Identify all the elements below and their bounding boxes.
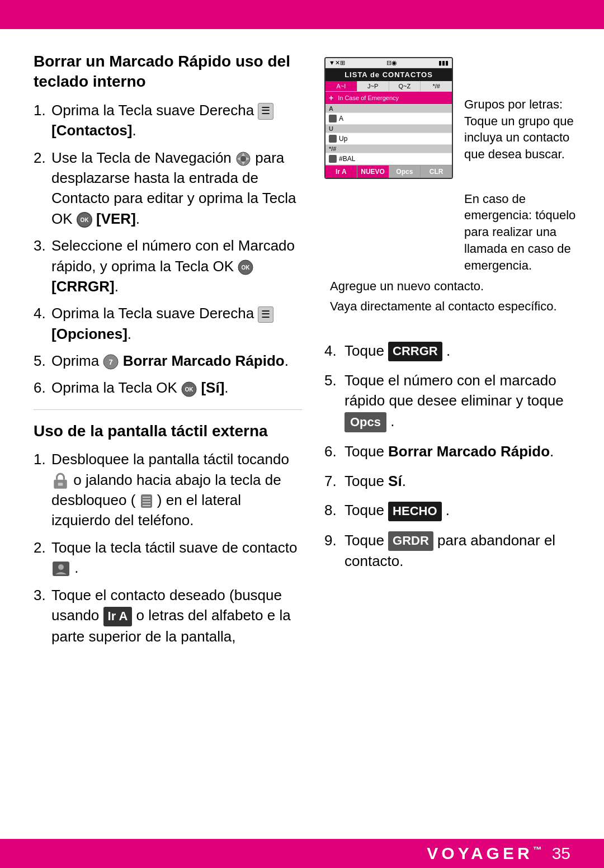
steps-list-1: 1. Oprima la Tecla suave Derecha ☰ [Cont… [34, 100, 302, 398]
ok-key-icon-2: OK [238, 260, 253, 275]
left-column: Borrar un Marcado Rápido uso del teclado… [34, 51, 319, 822]
svg-rect-19 [143, 502, 150, 503]
callout-top: Grupos por letras: Toque un grupo que in… [464, 96, 576, 163]
svg-text:OK: OK [80, 217, 89, 223]
emergency-item[interactable]: + In Case of Emergency [325, 92, 452, 105]
step-1-1: 1. Oprima la Tecla suave Derecha ☰ [Cont… [34, 100, 302, 141]
contact-icon-2: ☰ [258, 306, 273, 323]
svg-rect-17 [143, 497, 150, 498]
right-step-5: 5. Toque el número con el marcado rápido… [324, 370, 576, 432]
phone-btn-clr[interactable]: CLR [421, 166, 452, 178]
brand-name: VOYAGER™ [427, 844, 541, 863]
step-2-3: 3. Toque el contacto deseado (busque usa… [34, 585, 302, 647]
section-divider [34, 409, 302, 410]
contact-icon-bal [329, 155, 337, 163]
alpha-tab-jp[interactable]: J~P [357, 81, 389, 91]
ok-key-icon-1: OK [77, 212, 92, 228]
phone-status-bar: ▼✕⊞ ⊟◉ ▮▮▮ [325, 58, 452, 68]
lock-icon [51, 472, 69, 490]
steps-list-2: 1. Desbloquee la pantalla táctil tocando… [34, 449, 302, 647]
main-content: Borrar un Marcado Rápido uso del teclado… [0, 29, 604, 839]
svg-point-1 [240, 156, 246, 162]
phone-contacts-list: + In Case of Emergency A A U Up [325, 92, 452, 165]
grdr-button: GRDR [388, 531, 433, 551]
step-1-6: 6. Oprima la Tecla OK OK [Sí]. [34, 378, 302, 398]
opcs-button: Opcs [345, 412, 386, 433]
svg-point-22 [58, 564, 64, 570]
section1-header: Borrar un Marcado Rápido uso del teclado… [34, 51, 302, 92]
right-steps: 4. Toque CRRGR . 5. Toque el número con … [324, 341, 576, 581]
right-inner: ▼✕⊞ ⊟◉ ▮▮▮ LISTA de CONTACTOS A~I J~P Q~… [324, 51, 576, 581]
num7-icon: 7 [103, 354, 119, 370]
nav-key-icon [235, 151, 251, 167]
section2-header: Uso de la pantalla táctil externa [34, 421, 302, 441]
right-step-8: 8. Toque HECHO . [324, 500, 576, 521]
right-step-9: 9. Toque GRDR para abandonar el contacto… [324, 530, 576, 572]
phone-btn-ira[interactable]: Ir A [325, 166, 357, 178]
svg-rect-18 [143, 499, 150, 501]
alpha-tab-ai[interactable]: A~I [325, 81, 357, 91]
phone-btn-opcs[interactable]: Opcs [389, 166, 421, 178]
step-2-2: 2. Toque la tecla táctil suave de contac… [34, 537, 302, 578]
contact-up[interactable]: Up [325, 133, 452, 145]
right-step-7: 7. Toque Sí. [324, 471, 576, 491]
soft-contact-icon [51, 561, 70, 577]
svg-text:OK: OK [242, 265, 251, 271]
section-u: U [325, 125, 452, 133]
step-1-2: 2. Use la Tecla de Navegación para despl… [34, 148, 302, 229]
svg-text:OK: OK [185, 386, 194, 393]
key-icon [140, 493, 153, 509]
right-step-4: 4. Toque CRRGR . [324, 341, 576, 362]
section-special: */# [325, 145, 452, 153]
contact-icon-1: ☰ [258, 103, 273, 119]
svg-rect-20 [143, 505, 150, 506]
callout-nuevo: Agregue un nuevo contacto. [330, 278, 576, 295]
phone-and-callouts: ▼✕⊞ ⊟◉ ▮▮▮ LISTA de CONTACTOS A~I J~P Q~… [324, 51, 576, 273]
step-2-1: 1. Desbloquee la pantalla táctil tocando… [34, 449, 302, 531]
step-1-3: 3. Seleccione el número con el Marcado r… [34, 235, 302, 296]
callout-ira-desc: Vaya directamente al contacto específico… [330, 298, 576, 315]
phone-btn-nuevo[interactable]: NUEVO [357, 166, 389, 178]
svg-rect-15 [58, 483, 63, 485]
crrgr-button: CRRGR [388, 342, 442, 361]
alpha-tab-qz[interactable]: Q~Z [389, 81, 421, 91]
hecho-button: HECHO [388, 502, 441, 521]
phone-screen-mockup: ▼✕⊞ ⊟◉ ▮▮▮ LISTA de CONTACTOS A~I J~P Q~… [324, 57, 453, 179]
svg-text:7: 7 [109, 358, 113, 366]
phone-bottom-bar[interactable]: Ir A NUEVO Opcs CLR [325, 165, 452, 178]
step-1-5: 5. Oprima 7 Borrar Marcado Rápido. [34, 351, 302, 371]
contact-icon-a [329, 115, 337, 122]
right-step-6: 6. Toque Borrar Marcado Rápido. [324, 441, 576, 461]
section-a: A [325, 105, 452, 113]
ira-button: Ir A [103, 607, 133, 626]
phone-title-bar: LISTA de CONTACTOS [325, 68, 452, 81]
bottom-bar: VOYAGER™ 35 [0, 839, 604, 868]
top-bar [0, 0, 604, 29]
below-callouts: Agregue un nuevo contacto. Vaya directam… [324, 278, 576, 318]
phone-alpha-row[interactable]: A~I J~P Q~Z */# [325, 81, 452, 92]
callout-emergency: En caso de emergencia: tóquelo para real… [464, 191, 576, 273]
ok-key-icon-3: OK [181, 381, 197, 397]
step-1-4: 4. Oprima la Tecla suave Derecha ☰ [Opci… [34, 303, 302, 344]
contact-bal[interactable]: #BAL [325, 153, 452, 165]
contact-icon-up [329, 135, 337, 143]
right-column: ▼✕⊞ ⊟◉ ▮▮▮ LISTA de CONTACTOS A~I J~P Q~… [319, 51, 576, 822]
alpha-tab-special[interactable]: */# [421, 81, 452, 91]
page-number: 35 [552, 844, 570, 863]
contact-a[interactable]: A [325, 113, 452, 125]
callouts-right: Grupos por letras: Toque un grupo que in… [453, 51, 576, 273]
